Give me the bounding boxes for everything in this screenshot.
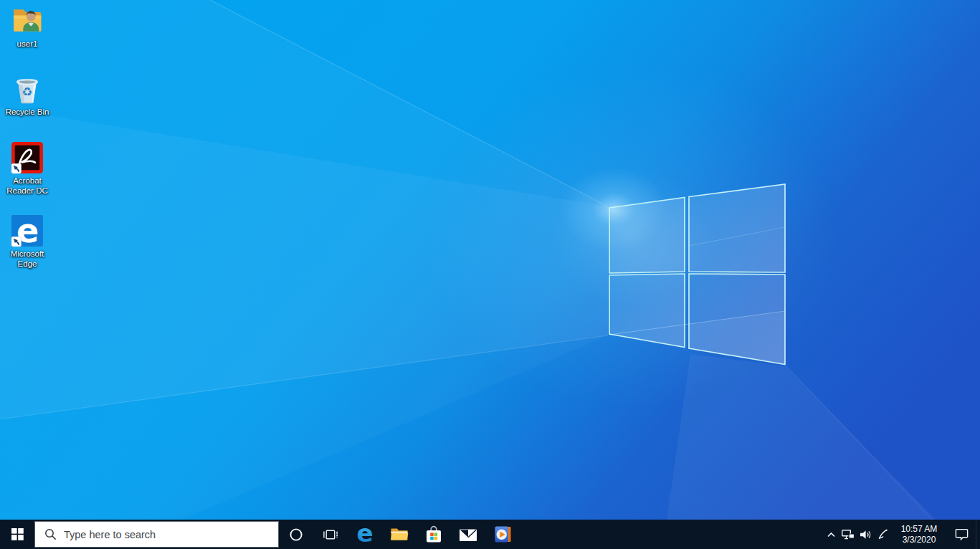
windows-media-player-icon [493, 525, 513, 544]
tray-network[interactable] [839, 520, 857, 549]
system-tray: 10:57 AM 3/3/2020 [822, 520, 980, 549]
action-center-icon [955, 528, 969, 540]
desktop-icon-microsoft-edge[interactable]: e Microsoft Edge [0, 214, 54, 269]
taskbar-button-mail[interactable] [451, 520, 485, 549]
tray-action-center[interactable] [947, 520, 976, 549]
taskbar: e [0, 520, 980, 549]
desktop-icon-label: Microsoft Edge [1, 249, 54, 269]
taskbar-button-store[interactable] [417, 520, 451, 549]
start-button[interactable] [0, 520, 34, 549]
taskbar-search-box[interactable] [34, 521, 279, 548]
desktop-icon-recycle-bin[interactable]: ♻ Recycle Bin [0, 72, 54, 117]
svg-text:♻: ♻ [22, 85, 33, 99]
user-folder-icon [11, 4, 44, 37]
clock-time: 10:57 AM [893, 524, 945, 535]
edge-icon: e [11, 214, 44, 247]
windows-desktop-screen: user1 ♻ Recycle Bin [0, 0, 980, 549]
network-icon [842, 530, 855, 540]
svg-text:e: e [356, 524, 373, 545]
wallpaper [0, 0, 980, 520]
volume-icon [860, 530, 872, 540]
desktop-icon-label: user1 [17, 39, 38, 49]
desktop-icon-label: Acrobat Reader DC [1, 176, 54, 196]
task-view-icon [323, 528, 338, 541]
shortcut-arrow-overlay [11, 163, 22, 173]
shortcut-arrow-overlay [11, 237, 22, 247]
chevron-up-icon [827, 531, 836, 538]
taskbar-button-file-explorer[interactable] [382, 520, 417, 549]
desktop-icon-acrobat-reader[interactable]: Acrobat Reader DC [0, 141, 54, 196]
desktop-icon-user1[interactable]: user1 [0, 4, 54, 49]
taskbar-button-task-view[interactable] [313, 520, 348, 549]
recycle-bin-icon: ♻ [11, 72, 44, 105]
pen-ink-icon [877, 529, 888, 540]
microsoft-store-bag-icon [422, 524, 445, 545]
desktop[interactable]: user1 ♻ Recycle Bin [0, 0, 980, 520]
tray-show-hidden-icons[interactable] [822, 520, 839, 549]
edge-e-icon: e [356, 524, 374, 545]
file-explorer-folder-icon [390, 527, 409, 542]
search-input[interactable] [64, 522, 278, 547]
desktop-icon-label: Recycle Bin [6, 107, 49, 117]
acrobat-reader-icon [11, 141, 44, 174]
taskbar-button-edge[interactable]: e [348, 520, 382, 549]
cortana-circle-icon [289, 527, 303, 542]
tray-volume[interactable] [857, 520, 874, 549]
mail-envelope-icon [459, 527, 477, 543]
tray-clock[interactable]: 10:57 AM 3/3/2020 [893, 524, 945, 545]
show-desktop-button[interactable] [976, 520, 980, 549]
taskbar-button-media-player[interactable] [485, 520, 520, 549]
windows-start-icon [11, 528, 24, 540]
taskbar-button-cortana[interactable] [279, 520, 313, 549]
tray-windows-ink[interactable] [874, 520, 891, 549]
search-icon [44, 528, 57, 540]
clock-date: 3/3/2020 [893, 535, 945, 545]
